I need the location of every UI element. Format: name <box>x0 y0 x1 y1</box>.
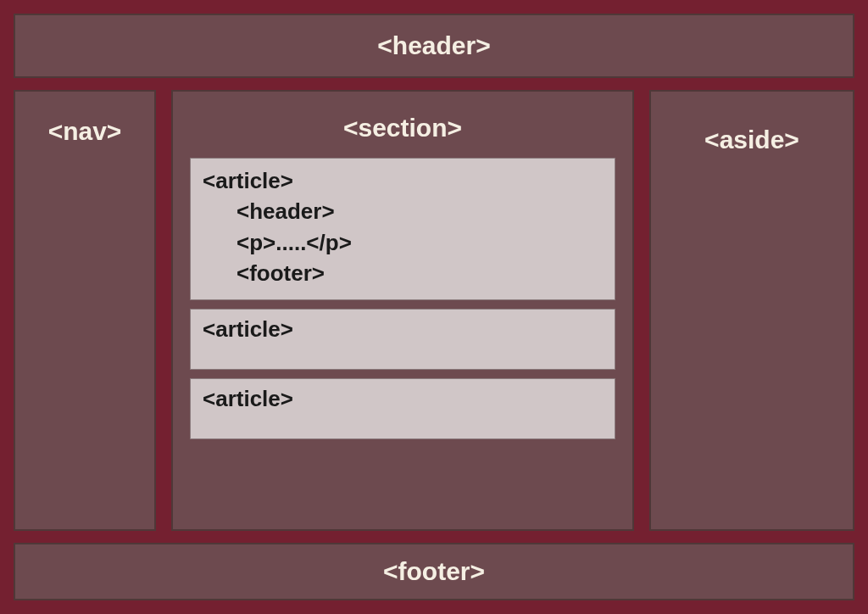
footer-label: <footer> <box>383 557 485 586</box>
article-1-open: <article> <box>203 165 603 196</box>
section-title-wrap: <section> <box>190 92 615 158</box>
section-label: <section> <box>343 114 462 142</box>
article-3-open: <article> <box>203 386 603 412</box>
footer-region: <footer> <box>14 543 854 600</box>
aside-region: <aside> <box>649 90 854 531</box>
aside-label: <aside> <box>704 126 799 154</box>
nav-label: <nav> <box>48 117 122 145</box>
nav-region: <nav> <box>14 90 156 531</box>
article-3: <article> <box>190 378 615 439</box>
article-1-p: <p>.....</p> <box>203 227 603 258</box>
header-label: <header> <box>377 31 490 60</box>
header-region: <header> <box>14 14 854 78</box>
article-1: <article> <header> <p>.....</p> <footer> <box>190 158 615 300</box>
article-2-open: <article> <box>203 316 603 343</box>
article-2: <article> <box>190 309 615 370</box>
article-1-footer: <footer> <box>203 258 603 288</box>
article-1-header: <header> <box>203 196 603 226</box>
section-region: <section> <article> <header> <p>.....</p… <box>171 90 634 531</box>
middle-row: <nav> <section> <article> <header> <p>..… <box>14 90 854 531</box>
